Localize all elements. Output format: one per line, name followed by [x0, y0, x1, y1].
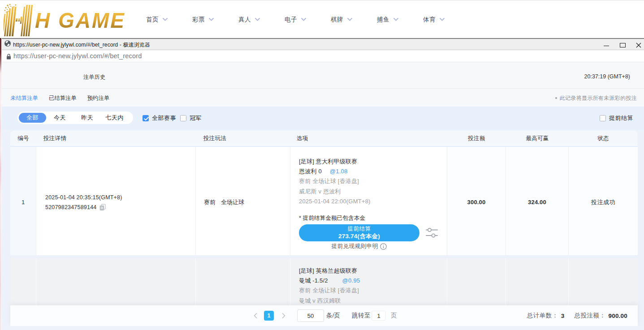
- globe-icon: [4, 40, 11, 47]
- tab-settled[interactable]: 已结算注单: [49, 94, 77, 102]
- nav-item-slots[interactable]: 电子: [285, 16, 305, 24]
- nav-item-label: 彩票: [192, 16, 205, 24]
- site-logo[interactable]: H GAME: [4, 3, 130, 37]
- background-page-sliver: [0, 38, 1, 330]
- jump-to-label: 跳转至: [352, 305, 371, 326]
- checkbox-unchecked-icon: [180, 115, 186, 121]
- champion-checkbox[interactable]: 冠军: [180, 107, 202, 130]
- column-header-maxwin: 最高可赢: [506, 131, 569, 146]
- minimize-button[interactable]: [604, 42, 609, 47]
- column-header-status: 状态: [569, 131, 638, 146]
- checkbox-unchecked-icon: [600, 115, 606, 121]
- range-yesterday[interactable]: 昨天: [73, 113, 101, 123]
- pick: 恩波利 0: [299, 168, 322, 175]
- close-button[interactable]: [636, 42, 641, 47]
- table-header: 编号 投注详情 投注玩法 选项 投注额 最高可赢 状态: [10, 131, 638, 147]
- pagination-footer: 1 条/页 跳转至 页 总计单数： 3 总投注额： 900.00: [10, 305, 638, 326]
- chevron-down-icon: [209, 18, 214, 21]
- page-unit-label: 页: [391, 305, 397, 326]
- sliders-icon[interactable]: [426, 227, 438, 238]
- page-title-row: 注单历史 20:37:19 (GMT+8): [2, 62, 644, 89]
- page-title: 注单历史: [83, 73, 105, 81]
- table-row: 1 2025-01-04 20:35:15(GMT+8) 52079823475…: [10, 147, 638, 255]
- bet-time: 2025-01-04 20:35:15(GMT+8): [45, 193, 195, 202]
- browser-window: https://user-pc-new.jylywl.com/#/bet_rec…: [2, 38, 644, 330]
- cashout-rule-link[interactable]: 提前兑现规则申明: [299, 242, 419, 251]
- chevron-down-icon: [301, 18, 306, 21]
- logo-wordmark: H GAME: [35, 8, 130, 33]
- range-all[interactable]: 全部: [19, 113, 46, 123]
- cell-play-type: 赛前 全场让球: [196, 147, 290, 255]
- next-page-icon[interactable]: [282, 313, 285, 318]
- bottom-strip: [2, 326, 644, 330]
- cell-row-number: 1: [10, 147, 36, 255]
- cell-status: 投注成功: [569, 147, 638, 255]
- odds: @1.08: [330, 168, 348, 175]
- chevron-down-icon: [440, 18, 445, 21]
- page-number-button[interactable]: 1: [264, 311, 274, 321]
- pick-line: 恩波利 0 @1.08: [299, 167, 447, 176]
- chevron-down-icon: [163, 18, 168, 21]
- tab-unsettled[interactable]: 未结算注单: [10, 94, 38, 102]
- play-type: 全场让球: [221, 198, 244, 206]
- order-id-line: 5207982347589144: [45, 202, 195, 212]
- play-phase: 赛前: [204, 198, 216, 206]
- chevron-down-icon: [255, 18, 260, 21]
- filter-bar: 全部 今天 昨天 七天内 全部赛事 冠军 提前结算: [2, 107, 644, 130]
- jump-page-input[interactable]: [372, 311, 386, 321]
- order-id: 5207982347589144: [45, 202, 96, 212]
- cell-selection: [足球] 意大利甲级联赛 恩波利 0 @1.08 赛前 全场让球 [香港盘] 威…: [290, 147, 447, 255]
- cell-bet-detail: 2025-01-04 20:35:15(GMT+8) 5207982347589…: [36, 147, 196, 255]
- total-count-value: 3: [561, 313, 565, 319]
- nav-item-live[interactable]: 真人: [238, 16, 259, 24]
- nav-item-sports[interactable]: 体育: [423, 16, 444, 24]
- checkbox-label: 提前结算: [609, 114, 633, 122]
- match-time-line: 2025-01-04 22:00(GMT+8): [299, 197, 447, 206]
- nav-item-label: 棋牌: [331, 16, 343, 24]
- tab-reserved[interactable]: 预约注单: [87, 94, 110, 102]
- league-line: [足球] 英格兰超级联赛: [299, 266, 447, 276]
- window-controls: [593, 39, 641, 50]
- range-7days[interactable]: 七天内: [101, 113, 128, 123]
- browser-addressbar[interactable]: https://user-pc-new.jylywl.com/#/bet_rec…: [2, 51, 644, 62]
- chevron-down-icon: [393, 18, 398, 21]
- bet-table: 编号 投注详情 投注玩法 选项 投注额 最高可赢 状态 1 2025-01-04…: [10, 131, 638, 330]
- prev-page-icon[interactable]: [254, 313, 257, 318]
- early-settle-checkbox[interactable]: 提前结算: [600, 107, 633, 130]
- cell-stake: 300.00: [447, 147, 506, 255]
- info-icon: [380, 243, 387, 250]
- column-header-stake: 投注额: [447, 131, 506, 146]
- nav-item-home[interactable]: 首页: [146, 16, 167, 24]
- checkbox-label: 冠军: [190, 114, 202, 122]
- cashout-rule-label: 提前兑现规则申明: [332, 242, 378, 251]
- page-size-input[interactable]: [297, 309, 324, 322]
- cell-max-win: 324.00: [506, 147, 569, 255]
- logo-h-emblem-icon: [4, 3, 34, 37]
- totals: 总计单数： 3 总投注额： 900.00: [527, 305, 627, 326]
- copy-icon[interactable]: [99, 204, 106, 211]
- record-tabs: 未结算注单 已结算注单 预约注单: [10, 90, 120, 107]
- maximize-button[interactable]: [620, 42, 625, 47]
- url-text[interactable]: https://user-pc-new.jylywl.com/#/bet_rec…: [13, 52, 142, 60]
- nav-item-lottery[interactable]: 彩票: [192, 16, 213, 24]
- per-page-label: 条/页: [326, 305, 340, 326]
- checkbox-checked-icon: [143, 115, 149, 121]
- nav-item-label: 体育: [423, 16, 436, 24]
- nav-item-fishing[interactable]: 捕鱼: [377, 16, 398, 24]
- browser-titlebar: https://user-pc-new.jylywl.com/#/bet_rec…: [2, 38, 644, 50]
- nav-item-cards[interactable]: 棋牌: [331, 16, 351, 24]
- row-gap: [10, 255, 638, 258]
- lock-icon: [6, 54, 11, 60]
- range-today[interactable]: 今天: [46, 113, 73, 123]
- current-time: 20:37:19 (GMT+8): [584, 73, 630, 80]
- record-note-text: 此记录将显示所有未派彩的投注: [560, 94, 637, 102]
- match-line: 曼城 v 西汉姆联: [299, 296, 447, 306]
- screen: H GAME 首页 彩票 真人 电子 棋牌: [0, 0, 644, 330]
- league-line: [足球] 意大利甲级联赛: [299, 157, 447, 167]
- all-events-checkbox[interactable]: 全部赛事: [143, 107, 176, 130]
- column-header-detail: 投注详情: [36, 131, 196, 146]
- cashout-button[interactable]: 提前结算 273.74(含本金): [299, 224, 419, 241]
- pick-line: 曼城 -1.5/2 @0.95: [299, 276, 447, 286]
- market-line: 赛前 全场让球 [香港盘]: [299, 176, 447, 186]
- odds: @0.95: [342, 277, 360, 284]
